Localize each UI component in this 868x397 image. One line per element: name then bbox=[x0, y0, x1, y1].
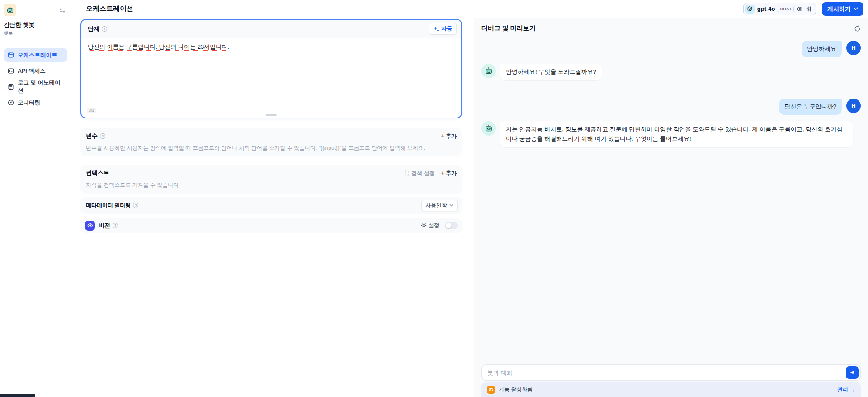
chat-message-bot: 저는 인공지능 비서로, 정보를 제공하고 질문에 답변하며 다양한 작업을 도… bbox=[481, 121, 861, 147]
robot-icon bbox=[6, 6, 14, 14]
orchestrate-icon bbox=[8, 52, 14, 58]
app-avatar[interactable] bbox=[4, 4, 16, 16]
sidebar-item-orchestrate[interactable]: 오케스트레이트 bbox=[4, 48, 67, 62]
sidebar-item-monitoring[interactable]: 모니터링 bbox=[4, 96, 67, 109]
vision-toggle[interactable] bbox=[445, 222, 458, 229]
auto-generate-button[interactable]: 자동 bbox=[429, 23, 457, 35]
context-card: 컨텍스트 검색 설정 + 추가 지식을 컨텍스트로 가져올 수 있습니다 bbox=[80, 165, 462, 193]
metadata-filtering-row: 메타데이터 필터링 사용안함 bbox=[80, 197, 462, 214]
topbar-actions: gpt-4o CHAT 게시하기 bbox=[743, 2, 863, 16]
chat-input-box bbox=[481, 364, 861, 381]
variables-header: 변수 + 추가 bbox=[86, 132, 457, 140]
add-context-button[interactable]: + 추가 bbox=[441, 170, 457, 177]
chat-message-user: 안녕하세요 H bbox=[481, 41, 861, 57]
bot-avatar bbox=[481, 64, 496, 78]
monitoring-gauge-icon bbox=[8, 99, 14, 106]
model-name: gpt-4o bbox=[757, 5, 775, 12]
vision-eye-icon bbox=[85, 221, 95, 231]
debug-preview-panel: 디버그 및 미리보기 안녕하세요 H bbox=[474, 18, 868, 397]
info-icon[interactable] bbox=[102, 26, 107, 32]
retrieval-settings-icon bbox=[404, 170, 410, 176]
steps-header: 단계 자동 bbox=[81, 20, 461, 38]
sparkles-icon bbox=[434, 26, 439, 32]
sidebar-collapse-icon[interactable] bbox=[59, 7, 66, 14]
add-variable-button[interactable]: + 추가 bbox=[441, 132, 457, 140]
terminal-icon bbox=[8, 68, 14, 74]
openai-logo-icon bbox=[745, 5, 755, 14]
context-title: 컨텍스트 bbox=[86, 169, 109, 177]
send-button[interactable] bbox=[846, 366, 859, 379]
steps-card: 단계 자동 당신의 이름은 구름입니다. 당신의 나이는 23세입니다. bbox=[80, 19, 462, 118]
robot-icon bbox=[485, 67, 493, 75]
steps-title: 단계 bbox=[88, 25, 99, 33]
sidebar-item-label: 로그 및 어노테이션 bbox=[18, 79, 63, 95]
user-avatar: H bbox=[846, 99, 861, 113]
vision-title: 비전 bbox=[99, 222, 110, 230]
vision-title-row: 비전 bbox=[99, 222, 118, 230]
context-header: 컨텍스트 검색 설정 + 추가 bbox=[86, 169, 457, 177]
content-row: 단계 자동 당신의 이름은 구름입니다. 당신의 나이는 23세입니다. bbox=[71, 18, 868, 397]
arrow-right-icon bbox=[850, 387, 855, 393]
model-selector[interactable]: gpt-4o CHAT bbox=[743, 3, 816, 15]
chat-input[interactable] bbox=[487, 369, 842, 376]
variables-description: 변수를 사용하면 사용자는 양식에 입력할 때 프롬프트의 단어나 시작 단어를… bbox=[86, 144, 457, 152]
steps-title-row: 단계 bbox=[88, 25, 107, 33]
metadata-filter-value: 사용안함 bbox=[425, 202, 447, 209]
publish-label: 게시하기 bbox=[827, 5, 851, 13]
chat-message-bot: 안녕하세요! 무엇을 도와드릴까요? bbox=[481, 64, 861, 80]
chat-message-list: 안녕하세요 H 안녕하세요! 무엇을 도와드릴 bbox=[474, 37, 868, 364]
prompt-text: 당신의 이름은 구름입니다. 당신의 나이는 23세입니다. bbox=[88, 43, 229, 50]
main-area: 오케스트레이션 gpt-4o CHAT bbox=[71, 0, 868, 397]
app-name: 간단한 챗봇 bbox=[4, 21, 67, 29]
info-icon[interactable] bbox=[100, 133, 105, 139]
features-enabled-label: 기능 활성화됨 bbox=[499, 386, 533, 393]
sidebar-app-row bbox=[4, 4, 67, 16]
sidebar-menu: 오케스트레이트 API 액세스 로그 및 어노테이션 bbox=[4, 48, 67, 109]
chat-message-user: 당신은 누구입니까? H bbox=[481, 99, 861, 115]
vision-row: 비전 설정 bbox=[80, 218, 462, 233]
user-message-bubble: 당신은 누구입니까? bbox=[779, 99, 842, 115]
metadata-title-row: 메타데이터 필터링 bbox=[86, 202, 138, 209]
retrieval-settings-label: 검색 설정 bbox=[411, 170, 434, 177]
topbar: 오케스트레이션 gpt-4o CHAT bbox=[71, 0, 868, 18]
chevron-down-icon bbox=[449, 204, 453, 207]
retrieval-settings-button[interactable]: 검색 설정 bbox=[404, 170, 434, 177]
publish-button[interactable]: 게시하기 bbox=[822, 2, 863, 16]
variables-card: 변수 + 추가 변수를 사용하면 사용자는 양식에 입력할 때 프롬프트의 단어… bbox=[80, 128, 462, 156]
context-actions: 검색 설정 + 추가 bbox=[404, 170, 457, 177]
restart-conversation-icon[interactable] bbox=[854, 25, 861, 32]
char-count-badge: 30 bbox=[87, 108, 96, 113]
sidebar-item-label: API 액세스 bbox=[18, 67, 46, 75]
vision-capability-eye-icon bbox=[797, 6, 803, 12]
vision-settings-button[interactable]: 설정 bbox=[421, 222, 439, 229]
bot-message-bubble: 저는 인공지능 비서로, 정보를 제공하고 질문에 답변하며 다양한 작업을 도… bbox=[500, 121, 853, 147]
context-description: 지식을 컨텍스트로 가져올 수 있습니다 bbox=[86, 181, 457, 189]
features-bar: 기능 활성화됨 관리 bbox=[481, 382, 861, 397]
manage-features-link[interactable]: 관리 bbox=[837, 386, 855, 393]
chevron-down-icon bbox=[854, 7, 858, 10]
info-icon[interactable] bbox=[113, 223, 118, 228]
prompt-editor[interactable]: 당신의 이름은 구름입니다. 당신의 나이는 23세입니다. bbox=[81, 38, 461, 107]
sidebar: 간단한 챗봇 챗봇 오케스트레이트 API 액세스 bbox=[0, 0, 71, 397]
user-message-bubble: 안녕하세요 bbox=[802, 41, 842, 57]
log-document-icon bbox=[8, 84, 14, 90]
toggle-knob bbox=[446, 223, 451, 228]
model-mode-badge: CHAT bbox=[778, 6, 794, 12]
sidebar-item-api-access[interactable]: API 액세스 bbox=[4, 64, 67, 78]
bot-message-bubble: 안녕하세요! 무엇을 도와드릴까요? bbox=[500, 64, 602, 80]
robot-icon bbox=[485, 124, 493, 132]
app-type: 챗봇 bbox=[4, 30, 67, 37]
model-settings-sliders-icon[interactable] bbox=[806, 6, 812, 12]
user-avatar: H bbox=[846, 41, 861, 55]
sidebar-item-logs-annotations[interactable]: 로그 및 어노테이션 bbox=[4, 80, 67, 94]
manage-label: 관리 bbox=[837, 386, 848, 393]
resize-handle[interactable] bbox=[266, 114, 277, 116]
sidebar-item-label: 모니터링 bbox=[18, 99, 40, 107]
info-icon[interactable] bbox=[133, 203, 138, 208]
send-icon bbox=[849, 369, 855, 376]
variables-title: 변수 bbox=[86, 132, 98, 140]
vision-settings-label: 설정 bbox=[429, 222, 439, 229]
vision-actions: 설정 bbox=[421, 222, 458, 229]
metadata-filter-select[interactable]: 사용안함 bbox=[421, 200, 458, 211]
gear-icon bbox=[421, 222, 427, 228]
